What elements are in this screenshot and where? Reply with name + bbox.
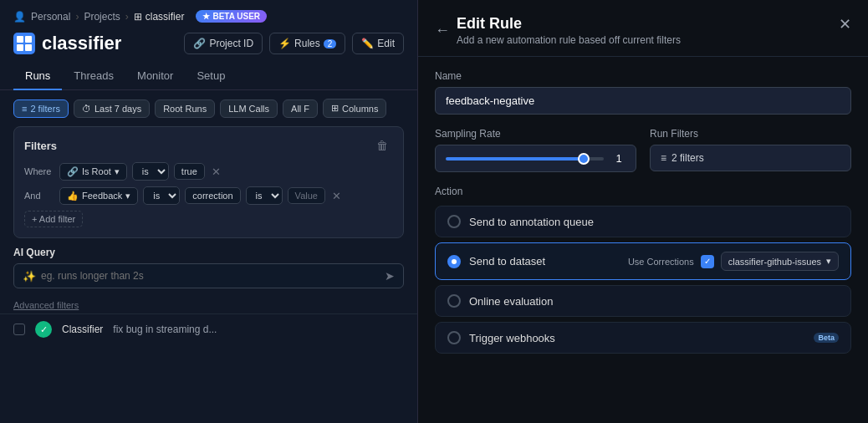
dataset-label: Send to dataset: [469, 255, 620, 268]
star-icon: ★: [202, 12, 210, 21]
left-panel: 👤 Personal › Projects › ⊞ classifier ★ B…: [0, 0, 418, 423]
project-id-button[interactable]: 🔗 Project ID: [184, 33, 263, 54]
grid-icon: ⊞: [134, 11, 142, 23]
filters-count-chip[interactable]: ≡ 2 filters: [13, 99, 69, 118]
advanced-filters-link[interactable]: Advanced filters: [0, 297, 417, 313]
filter-close-2[interactable]: ✕: [332, 190, 341, 202]
user-icon[interactable]: 👤: [13, 11, 26, 23]
filter-operator-2b[interactable]: is: [246, 186, 283, 205]
filters-title: Filters: [24, 140, 57, 152]
filter-value-2b: Value: [288, 187, 325, 204]
trash-button[interactable]: 🗑: [371, 137, 393, 154]
tab-setup[interactable]: Setup: [185, 63, 237, 90]
table-row: ✓ Classifier fix bug in streaming d...: [0, 313, 417, 344]
rules-icon: ⚡: [278, 38, 291, 49]
sampling-rate-label: Sampling Rate: [435, 128, 636, 140]
ai-query-input[interactable]: [41, 270, 385, 282]
edit-rule-subtitle: Add a new automation rule based off curr…: [457, 34, 681, 46]
evaluation-radio: [447, 294, 461, 308]
header-actions: 🔗 Project ID ⚡ Rules 2 ✏️ Edit: [184, 33, 404, 54]
filter-row-2: And 👍 Feedback ▾ is correction is Value …: [24, 186, 393, 205]
filter-close-1[interactable]: ✕: [212, 166, 221, 178]
filter-small-icon: ≡: [661, 152, 666, 164]
row-description: fix bug in streaming d...: [113, 324, 404, 335]
edit-rule-header: ← Edit Rule Add a new automation rule ba…: [418, 0, 868, 57]
breadcrumb-projects[interactable]: Projects: [84, 11, 120, 23]
webhooks-beta-badge: Beta: [814, 333, 839, 343]
action-dataset-option[interactable]: Send to dataset Use Corrections ✓ classi…: [435, 242, 851, 280]
action-section: Action Send to annotation queue Send to …: [435, 186, 851, 354]
thumb-icon: 👍: [67, 191, 79, 201]
tab-monitor[interactable]: Monitor: [125, 63, 185, 90]
checkmark-icon: ✓: [704, 257, 711, 266]
chevron-dataset-icon: ▾: [826, 256, 831, 267]
sampling-slider-wrap: 1: [435, 145, 636, 172]
llm-calls-chip[interactable]: LLM Calls: [220, 99, 278, 118]
columns-icon: ⊞: [331, 103, 339, 114]
add-filter-button[interactable]: + Add filter: [24, 211, 83, 227]
link-icon: 🔗: [193, 38, 206, 49]
name-input[interactable]: [435, 87, 851, 115]
filter-icon: ≡: [22, 104, 27, 114]
root-runs-chip[interactable]: Root Runs: [155, 99, 215, 118]
sampling-run-row: Sampling Rate 1 Run Filters ≡ 2 filters: [435, 128, 851, 172]
edit-rule-back: ← Edit Rule Add a new automation rule ba…: [435, 15, 681, 46]
tabs-bar: Runs Threads Monitor Setup: [0, 63, 417, 90]
ai-query-label: AI Query: [13, 247, 404, 258]
action-evaluation-option[interactable]: Online evaluation: [435, 285, 851, 317]
ai-query-input-wrap: ✨ ➤: [13, 263, 404, 288]
back-arrow-icon[interactable]: ←: [435, 22, 450, 39]
app-logo-icon: [13, 33, 35, 54]
filters-header: Filters 🗑: [24, 137, 393, 154]
filters-section: Filters 🗑 Where 🔗 Is Root ▾ is true ✕ An…: [13, 126, 404, 238]
action-annotation-option[interactable]: Send to annotation queue: [435, 206, 851, 237]
edit-rule-body: Name Sampling Rate 1 Run Filters ≡ 2 fil…: [418, 57, 868, 423]
evaluation-label: Online evaluation: [469, 295, 839, 308]
use-corrections-label: Use Corrections: [628, 257, 694, 267]
filter-operator-2a[interactable]: is: [143, 186, 180, 205]
all-f-chip[interactable]: All F: [283, 99, 318, 118]
run-filters-box[interactable]: ≡ 2 filters: [650, 145, 851, 171]
columns-chip[interactable]: ⊞ Columns: [323, 99, 386, 118]
annotation-radio: [447, 215, 461, 228]
edit-button[interactable]: ✏️ Edit: [352, 33, 404, 54]
filter-value-2: correction: [185, 187, 240, 204]
filter-is-root-tag[interactable]: 🔗 Is Root ▾: [59, 163, 127, 181]
ai-query-section: AI Query ✨ ➤: [0, 238, 417, 297]
webhooks-label: Trigger webhooks: [469, 332, 805, 344]
tab-threads[interactable]: Threads: [62, 63, 125, 90]
chevron-down-2-icon: ▾: [125, 191, 130, 201]
clock-icon: ⏱: [82, 104, 91, 114]
dataset-extras: Use Corrections ✓ classifier-github-issu…: [628, 252, 839, 271]
annotation-label: Send to annotation queue: [469, 216, 839, 228]
filter-feedback-tag[interactable]: 👍 Feedback ▾: [59, 187, 138, 205]
filter-value-1: true: [174, 163, 205, 180]
filter-operator-1[interactable]: is: [132, 162, 169, 181]
sampling-value: 1: [612, 152, 625, 165]
sampling-slider[interactable]: [446, 157, 604, 161]
rules-button[interactable]: ⚡ Rules 2: [269, 33, 345, 54]
sampling-rate-col: Sampling Rate 1: [435, 128, 636, 172]
ai-send-button[interactable]: ➤: [385, 269, 395, 283]
filter-row-1: Where 🔗 Is Root ▾ is true ✕: [24, 162, 393, 181]
webhooks-radio: [447, 331, 461, 344]
row-checkbox[interactable]: [13, 324, 25, 335]
name-section: Name: [435, 70, 851, 115]
run-filters-label: Run Filters: [650, 128, 851, 140]
tab-runs[interactable]: Runs: [13, 63, 62, 90]
beta-badge: ★ BETA USER: [196, 10, 267, 23]
action-webhooks-option[interactable]: Trigger webhooks Beta: [435, 322, 851, 354]
close-button[interactable]: ✕: [839, 15, 851, 33]
filter-and-label: And: [24, 191, 54, 201]
dataset-selector[interactable]: classifier-github-issues ▾: [721, 252, 839, 271]
run-filters-col: Run Filters ≡ 2 filters: [650, 128, 851, 172]
name-label: Name: [435, 70, 851, 82]
row-name: Classifier: [62, 324, 103, 335]
breadcrumb: 👤 Personal › Projects › ⊞ classifier ★ B…: [0, 0, 417, 29]
breadcrumb-personal[interactable]: Personal: [31, 11, 70, 23]
last-days-chip[interactable]: ⏱ Last 7 days: [74, 99, 150, 118]
filter-where-label: Where: [24, 166, 54, 176]
pencil-icon: ✏️: [361, 38, 374, 49]
app-header: classifier 🔗 Project ID ⚡ Rules 2 ✏️ Edi…: [0, 29, 417, 63]
use-corrections-toggle[interactable]: ✓: [701, 255, 714, 268]
